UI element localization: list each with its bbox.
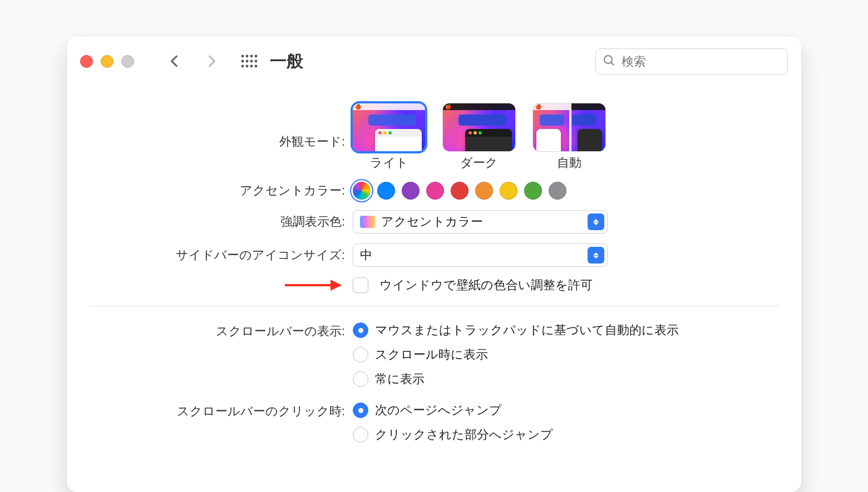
radio-icon[interactable] bbox=[353, 402, 368, 418]
radio-option[interactable]: スクロール時に表示 bbox=[353, 346, 679, 363]
search-input[interactable] bbox=[620, 54, 762, 69]
svg-point-10 bbox=[250, 65, 253, 68]
radio-label: 次のページへジャンプ bbox=[375, 402, 502, 419]
radio-option[interactable]: 常に表示 bbox=[353, 371, 679, 387]
accent-swatch-graphite[interactable] bbox=[549, 182, 566, 200]
accent-swatch-yellow[interactable] bbox=[500, 182, 517, 200]
accent-label: アクセントカラー: bbox=[89, 181, 353, 200]
radio-label: 常に表示 bbox=[375, 371, 425, 387]
search-icon bbox=[603, 54, 616, 69]
appearance-option-auto[interactable]: 🍎 自動 bbox=[533, 103, 605, 171]
row-scrollbar-show: スクロールバーの表示: マウスまたはトラックパッドに基づいて自動的に表示スクロー… bbox=[89, 322, 779, 387]
sidebar-size-label: サイドバーのアイコンサイズ: bbox=[89, 246, 353, 265]
caret-icon bbox=[588, 213, 604, 230]
preferences-window: 一般 外観モード: 🍎 bbox=[67, 36, 801, 492]
row-accent: アクセントカラー: bbox=[89, 181, 779, 200]
close-icon[interactable] bbox=[80, 55, 93, 68]
accent-swatch-multicolor[interactable] bbox=[353, 182, 371, 200]
radio-icon[interactable] bbox=[353, 427, 368, 443]
radio-option[interactable]: 次のページへジャンプ bbox=[353, 402, 553, 419]
row-wallpaper-tint: ウインドウで壁紙の色合い調整を許可 bbox=[89, 277, 779, 294]
svg-line-13 bbox=[611, 62, 614, 65]
zoom-icon bbox=[121, 55, 134, 68]
highlight-label: 強調表示色: bbox=[89, 212, 353, 231]
scrollbar-show-label: スクロールバーの表示: bbox=[89, 322, 353, 341]
svg-point-11 bbox=[255, 65, 258, 68]
row-sidebar-icon-size: サイドバーのアイコンサイズ: 中 bbox=[89, 243, 779, 267]
accent-swatch-purple[interactable] bbox=[402, 182, 420, 200]
divider bbox=[89, 306, 779, 306]
back-button[interactable] bbox=[167, 54, 182, 68]
titlebar: 一般 bbox=[67, 36, 801, 87]
appearance-dark-label: ダーク bbox=[460, 155, 498, 171]
svg-point-3 bbox=[255, 55, 258, 58]
radio-icon[interactable] bbox=[353, 371, 368, 387]
accent-swatch-orange[interactable] bbox=[475, 182, 493, 200]
nav-buttons bbox=[167, 54, 219, 68]
accent-swatch-pink[interactable] bbox=[426, 182, 444, 200]
svg-point-9 bbox=[246, 65, 249, 68]
appearance-light-label: ライト bbox=[370, 155, 408, 171]
scrollbar-click-options: 次のページへジャンプクリックされた部分へジャンプ bbox=[353, 402, 553, 443]
highlight-value: アクセントカラー bbox=[381, 213, 483, 230]
wallpaper-tint-checkbox[interactable] bbox=[353, 277, 368, 293]
radio-icon[interactable] bbox=[353, 347, 368, 362]
scrollbar-click-label: スクロールバーのクリック時: bbox=[89, 402, 353, 421]
radio-label: マウスまたはトラックパッドに基づいて自動的に表示 bbox=[375, 322, 679, 339]
radio-label: クリックされた部分へジャンプ bbox=[375, 426, 553, 443]
appearance-label: 外観モード: bbox=[89, 103, 353, 151]
svg-point-6 bbox=[250, 60, 253, 63]
svg-point-8 bbox=[241, 65, 244, 68]
sidebar-size-value: 中 bbox=[360, 247, 372, 264]
radio-option[interactable]: マウスまたはトラックパッドに基づいて自動的に表示 bbox=[353, 322, 679, 339]
annotation-arrow-icon bbox=[285, 284, 341, 286]
accent-swatch-blue[interactable] bbox=[377, 182, 395, 200]
row-appearance: 外観モード: 🍎 ライト bbox=[89, 103, 779, 171]
forward-button bbox=[204, 54, 219, 68]
show-all-icon[interactable] bbox=[241, 54, 260, 68]
appearance-options: 🍎 ライト 🍎 ダ bbox=[353, 103, 605, 171]
traffic-lights bbox=[80, 55, 134, 68]
row-highlight: 強調表示色: アクセントカラー bbox=[89, 210, 779, 233]
radio-label: スクロール時に表示 bbox=[375, 346, 488, 363]
accent-swatch-green[interactable] bbox=[524, 182, 542, 200]
caret-icon bbox=[588, 247, 604, 264]
minimize-icon[interactable] bbox=[101, 55, 114, 68]
appearance-option-light[interactable]: 🍎 ライト bbox=[353, 103, 425, 171]
row-scrollbar-click: スクロールバーのクリック時: 次のページへジャンプクリックされた部分へジャンプ bbox=[89, 402, 779, 443]
sidebar-size-select[interactable]: 中 bbox=[353, 243, 608, 267]
highlight-select[interactable]: アクセントカラー bbox=[353, 210, 608, 233]
radio-icon[interactable] bbox=[353, 322, 368, 338]
highlight-swatch-icon bbox=[360, 216, 376, 228]
scrollbar-show-options: マウスまたはトラックパッドに基づいて自動的に表示スクロール時に表示常に表示 bbox=[353, 322, 679, 387]
window-title: 一般 bbox=[270, 50, 303, 73]
svg-point-7 bbox=[255, 60, 258, 63]
svg-point-4 bbox=[241, 60, 244, 63]
content: 外観モード: 🍎 ライト bbox=[67, 87, 801, 443]
svg-point-2 bbox=[250, 55, 253, 58]
svg-point-0 bbox=[241, 55, 244, 58]
svg-point-1 bbox=[246, 55, 249, 58]
appearance-option-dark[interactable]: 🍎 ダーク bbox=[443, 103, 515, 171]
radio-option[interactable]: クリックされた部分へジャンプ bbox=[353, 426, 553, 443]
svg-point-5 bbox=[246, 60, 249, 63]
accent-swatch-red[interactable] bbox=[451, 182, 468, 200]
appearance-auto-label: 自動 bbox=[557, 155, 581, 171]
accent-swatches bbox=[353, 182, 566, 200]
search-field[interactable] bbox=[595, 48, 788, 75]
wallpaper-tint-label: ウインドウで壁紙の色合い調整を許可 bbox=[379, 277, 593, 294]
